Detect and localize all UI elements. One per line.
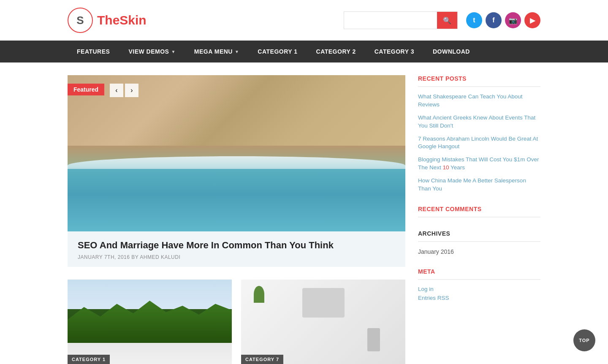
recent-comments-plain: RECENT	[418, 206, 445, 212]
main-container: Featured ‹ › SEO And Marriage Have More …	[0, 62, 608, 364]
recent-post-item-2: What Ancient Greeks Knew About Events Th…	[418, 114, 540, 130]
featured-label: Featured	[68, 84, 104, 95]
nav-features[interactable]: FEATURES	[68, 41, 119, 62]
tech-monitor	[302, 288, 345, 318]
meta-accent: META	[418, 268, 435, 275]
slider-arrows: ‹ ›	[110, 84, 138, 97]
post-card-forest[interactable]: CATEGORY 1	[68, 280, 232, 364]
search-button[interactable]: 🔍	[437, 12, 457, 29]
post-category-badge-7: CATEGORY 7	[241, 355, 283, 364]
post-image-tech: CATEGORY 7	[241, 280, 405, 364]
archives-section: ARCHIVES January 2016	[418, 230, 540, 255]
recent-comments-section: RECENT COMMENTS	[418, 206, 540, 217]
nav-view-demos[interactable]: VIEW DEMOS ▼	[119, 41, 185, 62]
meta-login[interactable]: Log in	[418, 286, 540, 292]
recent-post-item-4: Blogging Mistakes That Will Cost You $1m…	[418, 156, 540, 172]
recent-post-link-3[interactable]: 7 Reasons Abraham Lincoln Would Be Great…	[418, 135, 540, 151]
instagram-icon[interactable]: 📷	[505, 12, 521, 28]
featured-meta: JANUARY 7TH, 2016 by AHMED KALUDI	[78, 254, 395, 260]
nav-download[interactable]: DOWNLOAD	[423, 41, 479, 62]
post-category-badge-1: CATEGORY 1	[68, 355, 110, 364]
tech-phone	[367, 328, 380, 351]
header-right: 🔍 t f 📷 ▶	[344, 11, 540, 29]
facebook-icon[interactable]: f	[486, 12, 502, 28]
twitter-icon[interactable]: t	[466, 12, 482, 28]
slider-next[interactable]: ›	[125, 84, 138, 97]
logo-text: TheSkin	[97, 13, 147, 27]
recent-comments-title: RECENT COMMENTS	[418, 206, 540, 217]
archives-title: ARCHIVES	[418, 230, 540, 242]
search-bar: 🔍	[344, 11, 458, 29]
recent-comments-accent: COMMENTS	[445, 206, 482, 212]
recent-posts-title: RECENT POSTS	[418, 75, 540, 87]
posts-grid: CATEGORY 1 CATEGORY 7	[68, 280, 405, 364]
tech-plant	[254, 286, 264, 303]
search-input[interactable]	[344, 12, 437, 29]
meta-section: META Log in Entries RSS	[418, 268, 540, 301]
top-button[interactable]: TOP	[573, 329, 595, 351]
tech-scene	[241, 280, 405, 364]
featured-slider: Featured ‹ › SEO And Marriage Have More …	[68, 75, 405, 267]
main-nav: FEATURES VIEW DEMOS ▼ MEGA MENU ▼ CATEGO…	[0, 41, 608, 62]
slider-prev[interactable]: ‹	[110, 84, 123, 97]
sidebar: RECENT POSTS What Shakespeare Can Teach …	[418, 75, 540, 364]
nav-mega-menu[interactable]: MEGA MENU ▼	[185, 41, 249, 62]
beach-scene	[68, 75, 405, 231]
top-button-label: TOP	[579, 338, 589, 343]
logo-plain: The	[97, 13, 119, 27]
highlight-10: 10	[443, 164, 449, 171]
recent-post-link-2[interactable]: What Ancient Greeks Knew About Events Th…	[418, 114, 540, 130]
beach-water	[68, 169, 405, 231]
post-card-tech[interactable]: CATEGORY 7	[241, 280, 405, 364]
featured-caption: SEO And Marriage Have More In Common Tha…	[68, 231, 405, 267]
meta-title: META	[418, 268, 540, 280]
site-header: S TheSkin 🔍 t f 📷 ▶	[0, 0, 608, 41]
nav-category3[interactable]: CATEGORY 3	[365, 41, 423, 62]
recent-post-item-3: 7 Reasons Abraham Lincoln Would Be Great…	[418, 135, 540, 151]
recent-post-link-1[interactable]: What Shakespeare Can Teach You About Rev…	[418, 93, 540, 109]
nav-arrow: ▼	[235, 49, 239, 54]
logo-area: S TheSkin	[68, 8, 147, 33]
featured-title: SEO And Marriage Have More In Common Tha…	[78, 240, 395, 251]
logo-icon: S	[68, 8, 93, 33]
recent-posts-title-accent: POSTS	[445, 75, 467, 82]
logo-accent: Skin	[119, 13, 146, 27]
featured-image	[68, 75, 405, 231]
content-area: Featured ‹ › SEO And Marriage Have More …	[68, 75, 405, 364]
recent-post-item-5: How China Made Me A Better Salesperson T…	[418, 177, 540, 193]
nav-category1[interactable]: CATEGORY 1	[248, 41, 307, 62]
archives-jan-2016[interactable]: January 2016	[418, 248, 454, 255]
nav-category2[interactable]: CATEGORY 2	[307, 41, 365, 62]
post-image-forest: CATEGORY 1	[68, 280, 232, 364]
recent-post-item-1: What Shakespeare Can Teach You About Rev…	[418, 93, 540, 109]
recent-post-link-5[interactable]: How China Made Me A Better Salesperson T…	[418, 177, 540, 193]
social-icons: t f 📷 ▶	[466, 12, 540, 28]
recent-post-link-4[interactable]: Blogging Mistakes That Will Cost You $1m…	[418, 156, 540, 172]
recent-posts-section: RECENT POSTS What Shakespeare Can Teach …	[418, 75, 540, 193]
recent-posts-title-plain: RECENT	[418, 75, 445, 82]
nav-arrow: ▼	[171, 49, 175, 54]
youtube-icon[interactable]: ▶	[524, 12, 540, 28]
meta-entries-rss[interactable]: Entries RSS	[418, 295, 540, 301]
